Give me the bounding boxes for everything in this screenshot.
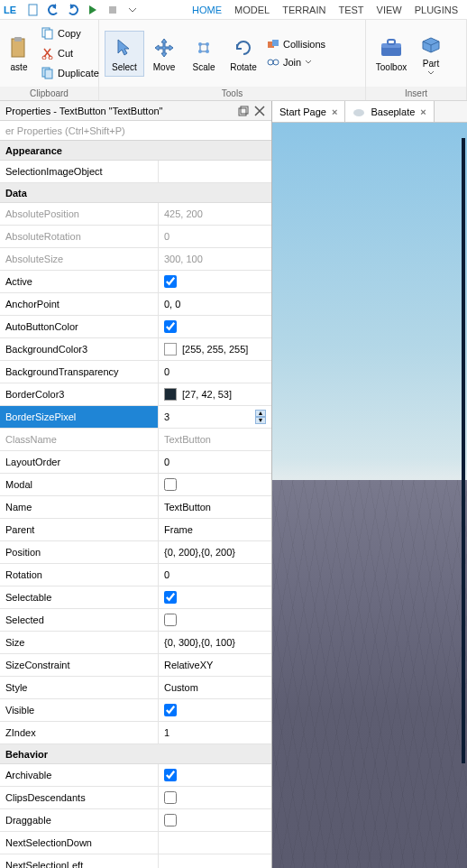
modal-checkbox[interactable] xyxy=(164,478,177,491)
clipsdescendants-checkbox[interactable] xyxy=(164,791,177,804)
ribbon-group-title: Insert xyxy=(366,87,466,100)
archivable-checkbox[interactable] xyxy=(164,769,177,781)
part-dropdown[interactable]: Part xyxy=(411,27,451,80)
stop-icon[interactable] xyxy=(105,2,121,18)
svg-point-17 xyxy=(268,60,273,65)
tab-start-page[interactable]: Start Page× xyxy=(272,101,345,122)
prop-selected[interactable]: Selected xyxy=(0,609,271,632)
prop-modal[interactable]: Modal xyxy=(0,474,271,496)
prop-backgroundtransparency[interactable]: BackgroundTransparency0 xyxy=(0,361,271,383)
prop-absoluterotation[interactable]: AbsoluteRotation0 xyxy=(0,226,271,248)
selectable-checkbox[interactable] xyxy=(164,591,177,604)
spinner[interactable]: ▲▼ xyxy=(255,410,266,424)
autobuttoncolor-checkbox[interactable] xyxy=(164,320,177,333)
prop-zindex[interactable]: ZIndex1 xyxy=(0,722,271,744)
prop-nextselectiondown[interactable]: NextSelectionDown xyxy=(0,832,271,854)
close-icon[interactable]: × xyxy=(420,106,426,117)
prop-style[interactable]: StyleCustom xyxy=(0,677,271,699)
paste-label: aste xyxy=(11,62,28,72)
viewport-tabs: Start Page× Baseplate× xyxy=(272,101,467,123)
prop-bordercolor3[interactable]: BorderColor3[27, 42, 53] xyxy=(0,383,271,406)
properties-header: Properties - TextButton "TextButton" xyxy=(0,101,271,121)
draggable-checkbox[interactable] xyxy=(164,814,177,826)
properties-list[interactable]: Appearance SelectionImageObject Data Abs… xyxy=(0,141,271,868)
prop-autobuttoncolor[interactable]: AutoButtonColor xyxy=(0,316,271,338)
prop-draggable[interactable]: Draggable xyxy=(0,809,271,832)
tab-model[interactable]: MODEL xyxy=(234,5,270,15)
restore-icon[interactable] xyxy=(237,105,250,117)
prop-sizeconstraint[interactable]: SizeConstraintRelativeXY xyxy=(0,654,271,677)
toolbox-button[interactable]: Toolbox xyxy=(371,31,411,77)
svg-rect-1 xyxy=(109,6,116,14)
file-menu[interactable]: LE xyxy=(4,5,16,15)
tab-terrain[interactable]: TERRAIN xyxy=(282,5,325,15)
prop-classname[interactable]: ClassNameTextButton xyxy=(0,429,271,451)
prop-selectable[interactable]: Selectable xyxy=(0,586,271,609)
select-tool[interactable]: Select xyxy=(105,31,144,77)
prop-position[interactable]: Position{0, 200},{0, 200} xyxy=(0,541,271,564)
prop-anchorpoint[interactable]: AnchorPoint0, 0 xyxy=(0,293,271,316)
tab-plugins[interactable]: PLUGINS xyxy=(415,5,458,15)
tab-home[interactable]: HOME xyxy=(192,5,222,15)
category-behavior[interactable]: Behavior xyxy=(0,744,271,764)
chevron-down-icon xyxy=(427,70,435,76)
color-swatch[interactable] xyxy=(164,343,177,356)
category-data[interactable]: Data xyxy=(0,183,271,203)
category-appearance[interactable]: Appearance xyxy=(0,141,271,161)
active-checkbox[interactable] xyxy=(164,275,177,288)
prop-name[interactable]: NameTextButton xyxy=(0,496,271,519)
svg-rect-9 xyxy=(45,69,52,78)
scale-tool[interactable]: Scale xyxy=(184,31,224,77)
svg-rect-3 xyxy=(14,37,22,42)
main-area: Properties - TextButton "TextButton" er … xyxy=(0,101,467,868)
visible-checkbox[interactable] xyxy=(164,704,177,716)
new-icon[interactable] xyxy=(25,2,41,18)
close-icon[interactable] xyxy=(253,105,266,117)
close-icon[interactable]: × xyxy=(332,106,337,117)
cloud-icon xyxy=(353,107,365,116)
copy-button[interactable]: Copy xyxy=(38,24,103,42)
cut-button[interactable]: Cut xyxy=(38,44,103,62)
prop-size[interactable]: Size{0, 300},{0, 100} xyxy=(0,632,271,654)
ribbon-group-title: Tools xyxy=(99,87,365,100)
tab-baseplate[interactable]: Baseplate× xyxy=(345,101,434,122)
svg-rect-22 xyxy=(239,108,246,115)
prop-parent[interactable]: ParentFrame xyxy=(0,519,271,541)
qat-dropdown-icon[interactable] xyxy=(124,2,141,18)
tab-view[interactable]: VIEW xyxy=(377,5,402,15)
prop-absolutesize[interactable]: AbsoluteSize300, 100 xyxy=(0,248,271,271)
ribbon-group-tools: Select Move Scale Rotate Collisions Join… xyxy=(99,20,366,100)
prop-selectionimageobject[interactable]: SelectionImageObject xyxy=(0,161,271,183)
move-tool[interactable]: Move xyxy=(144,31,184,77)
rotate-tool[interactable]: Rotate xyxy=(224,31,263,77)
tab-test[interactable]: TEST xyxy=(338,5,363,15)
color-swatch[interactable] xyxy=(164,388,177,401)
collisions-toggle[interactable]: Collisions xyxy=(267,36,325,52)
prop-rotation[interactable]: Rotation0 xyxy=(0,564,271,586)
prop-active[interactable]: Active xyxy=(0,271,271,293)
duplicate-button[interactable]: Duplicate xyxy=(38,64,103,82)
prop-clipsdescendants[interactable]: ClipsDescendants xyxy=(0,787,271,809)
prop-bordersizepixel[interactable]: BorderSizePixel3▲▼ xyxy=(0,406,271,429)
filter-input[interactable]: er Properties (Ctrl+Shift+P) xyxy=(0,121,271,141)
svg-point-11 xyxy=(198,42,202,46)
svg-point-18 xyxy=(273,60,279,65)
selected-checkbox[interactable] xyxy=(164,614,177,626)
prop-archivable[interactable]: Archivable xyxy=(0,764,271,787)
undo-icon[interactable] xyxy=(45,2,61,18)
svg-point-14 xyxy=(206,50,209,53)
join-dropdown[interactable]: Join xyxy=(267,54,325,70)
prop-nextselectionleft[interactable]: NextSelectionLeft xyxy=(0,854,271,868)
prop-absoluteposition[interactable]: AbsolutePosition425, 200 xyxy=(0,203,271,226)
redo-icon[interactable] xyxy=(65,2,81,18)
ribbon-group-clipboard: aste Copy Cut Duplicate Clipboard xyxy=(0,20,99,100)
prop-visible[interactable]: Visible xyxy=(0,699,271,722)
play-icon[interactable] xyxy=(85,2,101,18)
scene-3d[interactable] xyxy=(272,123,467,868)
svg-rect-0 xyxy=(29,5,37,15)
prop-backgroundcolor3[interactable]: BackgroundColor3[255, 255, 255] xyxy=(0,338,271,361)
paste-button[interactable]: aste xyxy=(5,31,32,77)
ribbon-group-title: Clipboard xyxy=(0,87,98,100)
prop-layoutorder[interactable]: LayoutOrder0 xyxy=(0,451,271,474)
svg-point-24 xyxy=(353,109,364,116)
